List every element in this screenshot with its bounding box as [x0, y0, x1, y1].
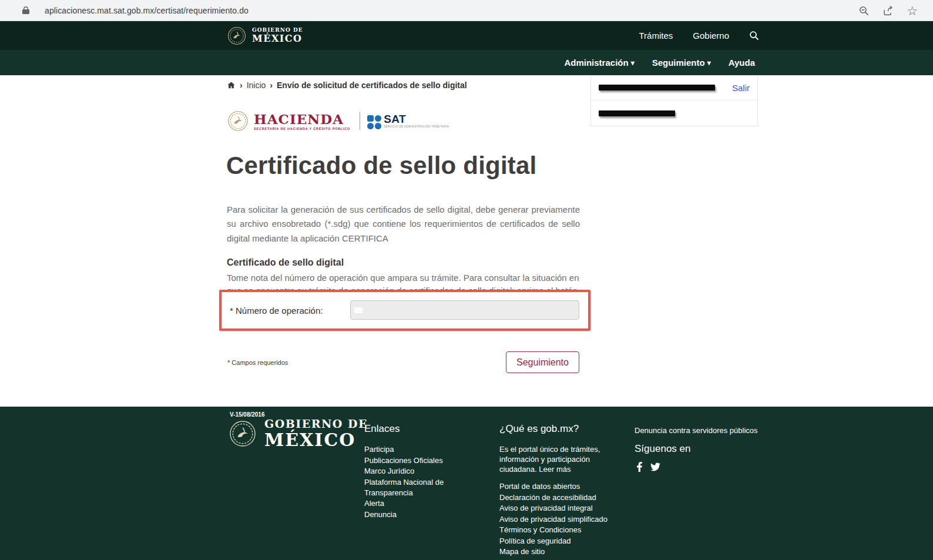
breadcrumb: › Inicio › Envío de solicitud de certifi… [227, 81, 467, 90]
sat-title: SAT [384, 113, 449, 125]
page-title: Certificado de sello digital [226, 152, 536, 180]
breadcrumb-separator-icon: › [240, 81, 243, 90]
footer-link-denuncia-servidores[interactable]: Denuncia contra servidores públicos [635, 426, 811, 435]
sat-logo-icon [367, 115, 381, 129]
footer-que-es-title: ¿Qué es gob.mx? [499, 423, 629, 435]
sat-subtitle: SERVICIO DE ADMINISTRACIÓN TRIBUTARIA [384, 125, 449, 128]
sat-logo: SAT SERVICIO DE ADMINISTRACIÓN TRIBUTARI… [367, 113, 449, 129]
mexico-seal-icon [227, 26, 247, 46]
subnav-administracion-label: Administración [564, 58, 628, 68]
breadcrumb-inicio[interactable]: Inicio [247, 81, 266, 90]
zoom-out-icon[interactable] [858, 5, 870, 16]
footer-link-privacidad-integral[interactable]: Aviso de privacidad integral [499, 503, 629, 514]
logo-divider [360, 112, 360, 130]
subnav-seguimiento-label: Seguimiento [652, 58, 705, 68]
session-rfc-row [591, 100, 757, 126]
leer-mas-link[interactable]: Leer más [539, 465, 570, 474]
footer: V-15/08/2016 GOBIERNO DE MÉXICO Enlaces … [0, 407, 933, 560]
redacted-user-name [599, 85, 715, 90]
footer-link-privacidad-simplificado[interactable]: Aviso de privacidad simplificado [499, 514, 629, 525]
footer-enlaces-title: Enlaces [364, 423, 491, 435]
seguimiento-button[interactable]: Seguimiento [506, 351, 579, 373]
institution-logos: HACIENDA SECRETARÍA DE HACIENDA Y CRÉDIT… [227, 109, 449, 133]
browser-address-bar[interactable]: aplicacionesc.mat.sat.gob.mx/certisat/re… [0, 0, 933, 21]
twitter-icon[interactable] [650, 462, 660, 472]
footer-link-marco-juridico[interactable]: Marco Jurídico [364, 466, 491, 477]
footer-version: V-15/08/2016 [230, 411, 265, 418]
hacienda-seal-icon [227, 109, 249, 133]
footer-link-plataforma[interactable]: Plataforma Nacional de Transparencia [364, 477, 491, 498]
subnav-seguimiento[interactable]: Seguimiento ▾ [652, 58, 711, 68]
hacienda-subtitle: SECRETARÍA DE HACIENDA Y CRÉDITO PÚBLICO [254, 127, 350, 130]
home-icon[interactable] [227, 81, 236, 89]
mexico-seal-icon [228, 418, 257, 449]
page: aplicacionesc.mat.sat.gob.mx/certisat/re… [0, 0, 933, 560]
footer-social-icons [635, 462, 811, 472]
footer-link-publicaciones[interactable]: Publicaciones Oficiales [364, 455, 491, 466]
subnav-ayuda[interactable]: Ayuda [729, 58, 755, 68]
share-icon[interactable] [882, 5, 894, 16]
logout-link[interactable]: Salir [732, 83, 750, 93]
breadcrumb-current: Envío de solicitud de certificados de se… [277, 81, 467, 90]
bookmark-star-icon[interactable]: ☆ [907, 5, 918, 17]
footer-link-mapa-sitio[interactable]: Mapa de sitio [499, 546, 629, 557]
session-user-row: Salir [591, 75, 757, 100]
footer-link-accesibilidad[interactable]: Declaración de accesibilidad [499, 492, 629, 503]
redacted-operation-number [354, 307, 363, 313]
section-title: Certificado de sello digital [227, 257, 344, 268]
intro-paragraph: Para solicitar la generación de sus cert… [227, 203, 580, 246]
caret-down-icon: ▾ [707, 59, 711, 66]
footer-link-politica-seguridad[interactable]: Política de seguridad [499, 536, 629, 546]
hacienda-title: HACIENDA [254, 112, 350, 126]
gov-logo-text: GOBIERNO DE MÉXICO [252, 28, 303, 43]
breadcrumb-separator-icon: › [270, 81, 273, 90]
footer-right-column: Denuncia contra servidores públicos Sígu… [635, 423, 811, 472]
redacted-user-rfc [599, 110, 675, 116]
caret-down-icon: ▾ [631, 59, 635, 66]
required-fields-note: * Campos requeridos [227, 359, 288, 366]
facebook-icon[interactable] [635, 462, 645, 472]
nav-tramites[interactable]: Trámites [639, 31, 673, 41]
footer-siguenos-title: Síguenos en [635, 443, 811, 455]
url-text[interactable]: aplicacionesc.mat.sat.gob.mx/certisat/re… [45, 6, 249, 15]
footer-link-participa[interactable]: Participa [364, 444, 491, 455]
footer-logo-text: GOBIERNO DE MÉXICO [264, 418, 368, 449]
nav-gobierno[interactable]: Gobierno [693, 31, 729, 41]
subnav-administracion[interactable]: Administración ▾ [564, 58, 634, 68]
footer-enlaces-column: Enlaces Participa Publicaciones Oficiale… [364, 423, 491, 520]
operation-number-label: * Número de operación: [230, 306, 323, 316]
footer-link-denuncia[interactable]: Denuncia [364, 509, 491, 520]
lock-icon [22, 6, 29, 15]
gov-header-nav: Trámites Gobierno [639, 31, 760, 41]
footer-que-es-description: Es el portal único de trámites, informac… [499, 444, 629, 474]
footer-link-terminos[interactable]: Términos y Condiciones [499, 525, 629, 535]
subnav-ayuda-label: Ayuda [729, 58, 755, 68]
footer-que-es-column: ¿Qué es gob.mx? Es el portal único de tr… [499, 423, 629, 558]
operation-number-input[interactable] [350, 300, 579, 320]
gobierno-mexico-logo[interactable]: GOBIERNO DE MÉXICO [227, 26, 303, 46]
session-panel: Salir [590, 75, 758, 126]
operation-number-form-row: * Número de operación: [219, 290, 590, 331]
hacienda-wordmark: HACIENDA SECRETARÍA DE HACIENDA Y CRÉDIT… [254, 112, 350, 130]
footer-link-datos-abiertos[interactable]: Portal de datos abiertos [499, 481, 629, 492]
footer-gobierno-logo[interactable]: GOBIERNO DE MÉXICO [228, 418, 368, 449]
gov-header: GOBIERNO DE MÉXICO Trámites Gobierno [0, 21, 933, 50]
app-subnav: Administración ▾ Seguimiento ▾ Ayuda [0, 50, 933, 75]
footer-link-alerta[interactable]: Alerta [364, 498, 491, 509]
search-icon[interactable] [749, 31, 759, 41]
